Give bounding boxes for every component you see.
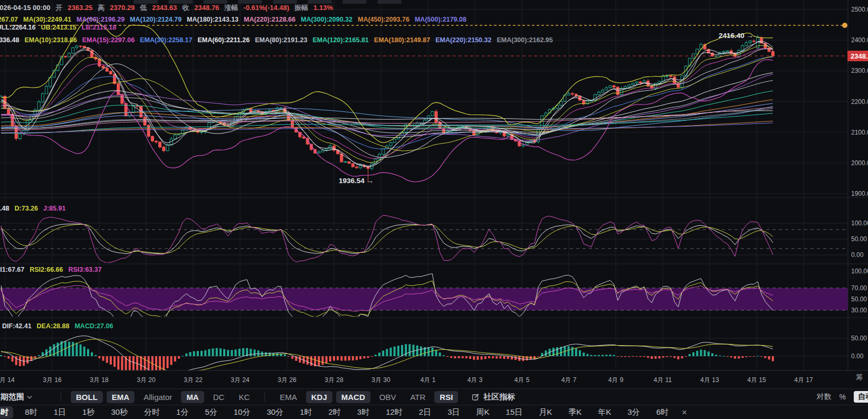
x-axis-label: 4月 15: [747, 376, 766, 385]
x-axis-label: 4月 9: [608, 376, 624, 385]
svg-text:2348.76: 2348.76: [851, 52, 868, 60]
scale-control-自动[interactable]: 自动: [854, 391, 868, 403]
svg-text:100.00: 100.00: [851, 268, 868, 275]
indicator-button-rsi[interactable]: RSI: [434, 391, 458, 403]
timeframe-2日[interactable]: 2日: [414, 406, 436, 418]
chip-distribution-tab[interactable]: 筹: [856, 373, 863, 382]
svg-text:70.00: 70.00: [851, 284, 867, 292]
clipped-top-toolbar-button: [273, 0, 297, 4]
clipped-top-toolbar-button: [238, 0, 262, 4]
indicator-button-obv[interactable]: OBV: [374, 391, 402, 403]
x-axis-label: 3月 24: [231, 376, 249, 385]
timeframe-2时[interactable]: 2时: [323, 406, 345, 418]
date-range-dropdown[interactable]: 日期范围: [0, 392, 32, 402]
community-indicators-label: 社区指标: [483, 392, 515, 402]
timeframe-toolbar: 4时8时1日1秒30秒分时1分5分10分30分1时2时3时12时2日3日周K15…: [0, 405, 868, 419]
svg-text:50.00: 50.00: [851, 296, 867, 303]
low-marker: 1936.54 →: [339, 177, 374, 185]
svg-text:0.00: 0.00: [851, 353, 864, 360]
indicator-button-dc[interactable]: DC: [208, 391, 230, 403]
x-axis-label: 4月 1: [421, 376, 436, 385]
x-axis-label: 4月 13: [700, 376, 719, 385]
timeframe-3时[interactable]: 3时: [352, 406, 374, 418]
timeframe-12时[interactable]: 12时: [381, 406, 407, 418]
svg-text:50.00: 50.00: [851, 235, 867, 243]
overlay-indicator-group: BOLLEMAAlligatorMADCKC: [71, 391, 255, 403]
indicator-button-ema[interactable]: EMA: [107, 391, 135, 403]
svg-text:2500.00: 2500.00: [851, 6, 868, 13]
svg-text:50.00: 50.00: [851, 335, 867, 342]
indicator-button-kc[interactable]: KC: [233, 391, 255, 403]
panel-indicator-group: EMAKDJMACDOBVATRRSI: [274, 391, 458, 403]
close-icon[interactable]: ×: [680, 407, 689, 418]
overlay-lines: [1, 18, 773, 182]
x-axis-label: 3月 30: [371, 376, 390, 385]
indicator-button-kdj[interactable]: KDJ: [306, 391, 332, 403]
timeframe-周K[interactable]: 周K: [472, 406, 494, 418]
indicator-button-ma[interactable]: MA: [181, 391, 204, 403]
trading-chart-app: 2500.002400.002300.002200.002100.002000.…: [0, 0, 868, 419]
indicator-button-alligator[interactable]: Alligator: [138, 391, 177, 403]
clipped-top-toolbar-button: [342, 0, 367, 4]
timeframe-4时[interactable]: 4时: [0, 406, 13, 418]
timeframe-年K[interactable]: 年K: [593, 406, 616, 418]
x-axis-label: 3月 14: [0, 376, 15, 385]
svg-text:2100.00: 2100.00: [851, 129, 868, 136]
timeframe-30秒[interactable]: 30秒: [106, 406, 132, 418]
scale-control-对数[interactable]: 对数: [817, 392, 832, 402]
x-axis[interactable]: 3月 143月 163月 183月 203月 223月 243月 263月 28…: [0, 371, 868, 388]
svg-text:2200.00: 2200.00: [851, 98, 868, 106]
indicator-button-boll[interactable]: BOLL: [71, 391, 103, 403]
timeframe-1时[interactable]: 1时: [295, 406, 317, 418]
clipped-top-toolbar-button: [308, 0, 332, 4]
x-axis-label: 3月 20: [137, 376, 155, 385]
svg-text:2300.00: 2300.00: [851, 67, 868, 74]
last-price-badge: 2348.76: [847, 51, 868, 61]
svg-text:100.00: 100.00: [851, 220, 868, 227]
svg-text:2000.00: 2000.00: [851, 159, 868, 167]
indicator-button-atr[interactable]: ATR: [405, 391, 431, 403]
x-axis-label: 3月 18: [90, 376, 108, 385]
edit-icon: [472, 393, 480, 401]
community-indicators-button[interactable]: 社区指标: [472, 392, 515, 402]
x-axis-label: 3月 16: [43, 376, 61, 385]
x-axis-label: 4月 3: [468, 376, 483, 385]
chevron-down-icon: [27, 395, 32, 399]
timeframe-3日[interactable]: 3日: [443, 406, 464, 418]
timeframe-15日[interactable]: 15日: [501, 406, 528, 418]
x-axis-label: 3月 28: [325, 376, 343, 385]
scale-controls: 对数%自动: [817, 391, 868, 403]
clipped-top-toolbar-button: [377, 0, 402, 4]
svg-text:2400.00: 2400.00: [851, 36, 868, 44]
clipped-top-toolbar-button: [168, 0, 193, 4]
main-chart-canvas[interactable]: 2500.002400.002300.002200.002100.002000.…: [0, 0, 868, 371]
timeframe-8时[interactable]: 8时: [20, 406, 42, 418]
timeframe-5分[interactable]: 5分: [200, 406, 222, 418]
x-axis-label: 3月 26: [278, 376, 296, 385]
timeframe-季K[interactable]: 季K: [564, 406, 586, 418]
timeframe-月K[interactable]: 月K: [534, 406, 557, 418]
clipped-top-toolbar-button: [203, 0, 227, 4]
indicator-button-ema[interactable]: EMA: [274, 391, 302, 403]
timeframe-1秒[interactable]: 1秒: [78, 406, 99, 418]
timeframe-3分[interactable]: 3分: [623, 406, 644, 418]
timeframe-6时[interactable]: 6时: [652, 406, 673, 418]
indicator-button-macd[interactable]: MACD: [336, 391, 370, 403]
macd-panel: [0, 336, 774, 371]
high-marker: 2416.40 →: [719, 32, 753, 40]
x-axis-label: 4月 17: [794, 376, 813, 385]
scale-control-%[interactable]: %: [840, 393, 846, 401]
clipped-top-toolbar-button: [133, 0, 158, 4]
alert-dot[interactable]: [842, 23, 847, 28]
timeframe-10分[interactable]: 10分: [229, 406, 255, 418]
x-axis-label: 4月 5: [514, 376, 530, 385]
timeframe-分时[interactable]: 分时: [139, 406, 165, 418]
timeframe-1分[interactable]: 1分: [171, 406, 193, 418]
svg-text:0.00: 0.00: [851, 251, 864, 259]
x-axis-label: 4月 7: [561, 376, 577, 385]
x-axis-label: 4月 11: [654, 376, 672, 385]
toolbar-separator: [61, 392, 61, 402]
timeframe-1日[interactable]: 1日: [49, 406, 71, 418]
timeframe-30分[interactable]: 30分: [262, 406, 288, 418]
indicator-toolbar: 日期范围 BOLLEMAAlligatorMADCKC EMAKDJMACDOB…: [0, 388, 868, 405]
